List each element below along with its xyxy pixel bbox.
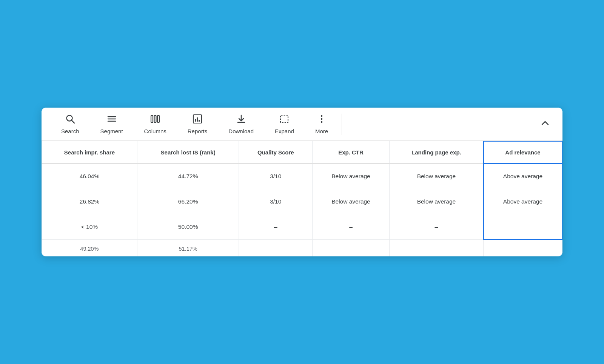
cell-search-lost-is: 66.20% — [137, 189, 239, 214]
columns-label: Columns — [144, 128, 166, 134]
more-icon — [320, 114, 324, 126]
toolbar-segment[interactable]: Segment — [90, 111, 134, 137]
svg-rect-7 — [157, 116, 159, 122]
cell-search-impr-share: 49.20% — [42, 239, 137, 256]
cell-ad-relevance — [484, 239, 562, 256]
table-row: < 10% 50.00% – – – – — [42, 214, 562, 239]
toolbar: Search Segment Columns — [42, 108, 562, 141]
cell-quality-score: – — [239, 214, 313, 239]
toolbar-search[interactable]: Search — [51, 111, 90, 137]
data-table: Search impr. share Search lost IS (rank)… — [42, 141, 562, 256]
cell-search-lost-is: 50.00% — [137, 214, 239, 239]
reports-icon — [192, 114, 203, 126]
cell-search-impr-share: 26.82% — [42, 189, 137, 214]
data-table-container: Search impr. share Search lost IS (rank)… — [42, 141, 562, 256]
expand-icon — [279, 114, 290, 126]
cell-exp-ctr: – — [313, 214, 390, 239]
segment-icon — [106, 114, 117, 126]
svg-point-15 — [321, 115, 322, 117]
search-icon — [65, 114, 76, 126]
cell-search-lost-is: 51.17% — [137, 239, 239, 256]
cell-ad-relevance: Above average — [484, 189, 562, 214]
cell-landing-page-exp — [389, 239, 484, 256]
cell-ad-relevance: – — [484, 214, 562, 239]
table-row: 26.82% 66.20% 3/10 Below average Below a… — [42, 189, 562, 214]
cell-quality-score: 3/10 — [239, 163, 313, 189]
svg-line-1 — [72, 120, 74, 123]
cell-quality-score: 3/10 — [239, 189, 313, 214]
download-label: Download — [228, 128, 254, 134]
cell-landing-page-exp: – — [389, 214, 484, 239]
toolbar-more[interactable]: More — [305, 111, 339, 137]
segment-label: Segment — [100, 128, 123, 134]
toolbar-expand[interactable]: Expand — [264, 111, 305, 137]
table-header-row: Search impr. share Search lost IS (rank)… — [42, 141, 562, 163]
toolbar-download[interactable]: Download — [218, 111, 264, 137]
collapse-button[interactable] — [537, 116, 553, 132]
col-header-ad-relevance: Ad relevance — [484, 141, 562, 163]
svg-rect-9 — [195, 119, 196, 122]
main-window: Search Segment Columns — [42, 108, 562, 256]
cell-landing-page-exp: Below average — [389, 189, 484, 214]
cell-landing-page-exp: Below average — [389, 163, 484, 189]
svg-rect-14 — [280, 115, 288, 123]
col-header-search-lost-is: Search lost IS (rank) — [137, 141, 239, 163]
table-row: 49.20% 51.17% — [42, 239, 562, 256]
cell-ad-relevance: Above average — [484, 163, 562, 189]
svg-rect-11 — [199, 120, 200, 122]
cell-search-impr-share: 46.04% — [42, 163, 137, 189]
cell-search-lost-is: 44.72% — [137, 163, 239, 189]
reports-label: Reports — [188, 128, 208, 134]
toolbar-columns[interactable]: Columns — [134, 111, 177, 137]
svg-point-16 — [321, 118, 322, 120]
col-header-exp-ctr: Exp. CTR — [313, 141, 390, 163]
toolbar-reports[interactable]: Reports — [177, 111, 218, 137]
cell-exp-ctr: Below average — [313, 163, 390, 189]
svg-point-17 — [321, 121, 322, 123]
col-header-search-impr-share: Search impr. share — [42, 141, 137, 163]
svg-rect-5 — [151, 116, 153, 122]
columns-icon — [150, 114, 160, 126]
cell-quality-score — [239, 239, 313, 256]
cell-exp-ctr: Below average — [313, 189, 390, 214]
more-label: More — [315, 128, 328, 134]
search-label: Search — [61, 128, 79, 134]
col-header-landing-page-exp: Landing page exp. — [389, 141, 484, 163]
svg-rect-10 — [197, 117, 198, 122]
toolbar-divider — [342, 114, 342, 135]
download-icon — [236, 114, 247, 126]
cell-exp-ctr — [313, 239, 390, 256]
expand-label: Expand — [275, 128, 294, 134]
cell-search-impr-share: < 10% — [42, 214, 137, 239]
table-row: 46.04% 44.72% 3/10 Below average Below a… — [42, 163, 562, 189]
svg-rect-6 — [154, 116, 156, 122]
col-header-quality-score: Quality Score — [239, 141, 313, 163]
